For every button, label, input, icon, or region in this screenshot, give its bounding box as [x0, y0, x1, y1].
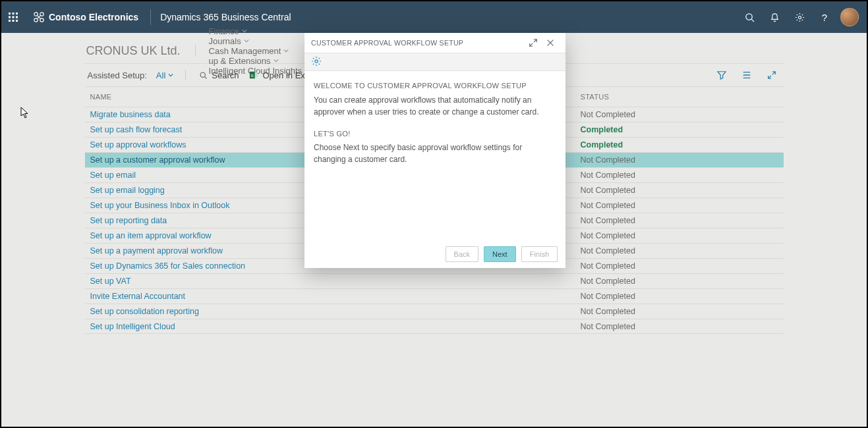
filter-all[interactable]: All: [152, 70, 177, 80]
app-name[interactable]: Dynamics 365 Business Central: [155, 12, 291, 22]
row-status: Not Completed: [581, 246, 778, 255]
nav-label: Finance: [209, 26, 239, 36]
svg-rect-19: [255, 74, 258, 75]
modal-expand-button[interactable]: [525, 34, 542, 51]
svg-rect-7: [13, 20, 14, 22]
app-launcher-button[interactable]: [1, 12, 25, 22]
avatar-icon: [840, 8, 859, 26]
svg-point-21: [315, 59, 318, 62]
filter-icon[interactable]: [712, 66, 731, 84]
table-row[interactable]: Set up VATNot Completed: [85, 273, 784, 288]
customer-approval-workflow-modal: CUSTOMER APPROVAL WORKFLOW SETUP WELCOME…: [304, 33, 565, 268]
table-row[interactable]: Set up consolidation reportingNot Comple…: [85, 304, 784, 319]
brand-block[interactable]: Contoso Electronics: [25, 11, 146, 23]
row-status: Not Completed: [581, 186, 778, 195]
row-name-link[interactable]: Set up consolidation reporting: [90, 307, 581, 316]
row-status: Not Completed: [581, 261, 778, 271]
modal-footer: Back Next Finish: [304, 239, 565, 268]
row-status: Not Completed: [581, 201, 778, 210]
row-status: Not Completed: [581, 322, 778, 331]
modal-close-button[interactable]: [542, 34, 559, 51]
row-name-link[interactable]: Set up Intelligent Cloud: [90, 322, 581, 331]
chevron-down-icon: [274, 58, 279, 63]
svg-point-14: [798, 16, 801, 18]
svg-rect-8: [16, 20, 18, 22]
back-button[interactable]: Back: [446, 246, 478, 262]
modal-body: WELCOME TO CUSTOMER APPROVAL WORKFLOW SE…: [304, 71, 565, 239]
account-avatar[interactable]: [839, 7, 860, 28]
modal-toolbar: [304, 53, 565, 71]
notifications-button[interactable]: [764, 7, 785, 28]
table-row[interactable]: Invite External AccountantNot Completed: [85, 288, 784, 304]
view-tools: [712, 66, 784, 84]
next-button[interactable]: Next: [484, 246, 516, 262]
nav-label: Cash Management: [209, 46, 281, 56]
row-name-link[interactable]: Set up VAT: [90, 277, 581, 286]
column-header-status[interactable]: STATUS: [581, 93, 778, 101]
nav-item[interactable]: Cash Management: [204, 46, 316, 56]
divider: [195, 45, 196, 57]
cursor-icon: [20, 107, 30, 120]
svg-rect-5: [16, 16, 18, 18]
svg-text:X: X: [251, 73, 254, 78]
svg-rect-2: [16, 13, 18, 14]
divider: [185, 70, 186, 80]
row-status: Not Completed: [581, 307, 778, 316]
row-status: Not Completed: [581, 216, 778, 225]
expand-icon[interactable]: [763, 66, 781, 84]
modal-header: CUSTOMER APPROVAL WORKFLOW SETUP: [304, 33, 565, 53]
svg-rect-18: [255, 72, 258, 74]
org-name: Contoso Electronics: [49, 12, 138, 22]
top-app-bar: Contoso Electronics Dynamics 365 Busines…: [1, 1, 867, 33]
modal-title: CUSTOMER APPROVAL WORKFLOW SETUP: [311, 39, 525, 47]
nav-item[interactable]: Journals: [204, 36, 316, 46]
row-status: Not Completed: [581, 171, 778, 180]
search-button[interactable]: [739, 7, 760, 28]
search-label: Search: [212, 70, 239, 80]
row-status: Not Completed: [581, 155, 778, 165]
chevron-down-icon: [283, 48, 289, 53]
row-status: Not Completed: [581, 110, 778, 119]
svg-rect-3: [9, 16, 11, 18]
nav-item[interactable]: up & Extensions: [204, 56, 316, 66]
letsgo-text: Choose Next to specify basic approval wo…: [314, 142, 556, 165]
row-status: Not Completed: [581, 231, 778, 240]
filter-label: All: [156, 70, 165, 80]
row-status: Not Completed: [581, 277, 778, 286]
toolbar-label: Assisted Setup:: [85, 70, 152, 80]
svg-rect-0: [9, 13, 11, 14]
excel-icon: X: [249, 70, 258, 80]
chevron-down-icon: [242, 28, 247, 34]
table-row[interactable]: Set up Intelligent CloudNot Completed: [85, 319, 784, 334]
search-icon: [199, 71, 208, 80]
company-name[interactable]: CRONUS UK Ltd.: [85, 44, 187, 58]
list-view-icon[interactable]: [738, 66, 756, 84]
svg-rect-1: [13, 13, 14, 14]
welcome-heading: WELCOME TO CUSTOMER APPROVAL WORKFLOW SE…: [314, 80, 556, 92]
svg-rect-6: [9, 20, 11, 22]
welcome-text: You can create approval workflows that a…: [314, 94, 556, 118]
svg-rect-4: [13, 16, 14, 18]
org-logo-icon: [33, 11, 45, 23]
svg-point-13: [745, 13, 751, 19]
help-button[interactable]: ?: [814, 7, 835, 28]
chevron-down-icon: [244, 38, 249, 43]
gear-icon[interactable]: [311, 56, 322, 68]
nav-label: up & Extensions: [209, 56, 271, 66]
svg-rect-20: [255, 76, 258, 77]
letsgo-heading: LET'S GO!: [314, 128, 556, 140]
row-name-link[interactable]: Invite External Accountant: [90, 292, 581, 301]
svg-point-15: [200, 72, 205, 77]
row-status: Completed: [581, 140, 778, 149]
finish-button[interactable]: Finish: [521, 246, 558, 262]
divider: [150, 9, 151, 25]
settings-button[interactable]: [789, 7, 810, 28]
row-status: Completed: [581, 125, 778, 134]
nav-label: Journals: [209, 36, 241, 46]
chevron-down-icon: [168, 72, 173, 78]
row-status: Not Completed: [581, 292, 778, 301]
search-action[interactable]: Search: [194, 70, 244, 80]
top-right-actions: ?: [739, 7, 867, 28]
nav-item[interactable]: Finance: [204, 26, 316, 36]
